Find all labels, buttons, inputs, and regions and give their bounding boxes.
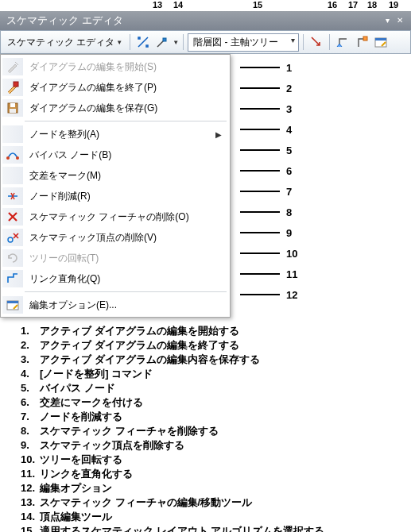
- options-icon: [2, 296, 23, 314]
- delete-x-icon: [2, 208, 23, 226]
- close-icon[interactable]: ✕: [397, 17, 405, 25]
- callout-16: 16: [328, 0, 337, 10]
- edit-move-tool-button[interactable]: [134, 33, 152, 51]
- list-item: 1.アクティブ ダイアグラムの編集を開始する: [21, 324, 411, 338]
- callout-num: 11: [286, 268, 297, 280]
- list-item: 8: [240, 202, 411, 222]
- menu-align-nodes[interactable]: ノードを整列(A) ▶: [1, 124, 230, 145]
- callout-num: 7: [286, 186, 292, 198]
- list-item: 11: [240, 264, 411, 284]
- separator: [130, 34, 130, 50]
- svg-point-8: [6, 156, 10, 160]
- callout-number-list: 1 2 3 4 5 6 7 8 9 10 11 12: [231, 54, 411, 318]
- callout-num: 12: [286, 289, 297, 301]
- list-item: 11.リンクを直角化する: [21, 467, 411, 481]
- layout-properties-button[interactable]: [372, 33, 390, 51]
- apply-layout-button[interactable]: [308, 33, 325, 51]
- callout-num: 8: [286, 206, 292, 218]
- chevron-down-icon[interactable]: ▼: [173, 39, 179, 46]
- menu-label: 編集オプション(E)...: [29, 299, 222, 312]
- rotate-icon: [2, 249, 23, 267]
- svg-rect-4: [14, 82, 18, 87]
- vertex-edit-tool-button[interactable]: [153, 33, 171, 51]
- blank-icon: [2, 125, 23, 143]
- list-item: 1: [240, 57, 411, 78]
- separator: [329, 34, 330, 50]
- pencil-play-icon: [2, 58, 23, 75]
- menu-label: スケマティック フィーチャの削除(O): [29, 210, 222, 224]
- list-item: 4.[ノードを整列] コマンド: [21, 367, 411, 381]
- callout-13: 13: [153, 0, 162, 10]
- menu-end-edit[interactable]: ダイアグラムの編集を終了(P): [1, 77, 230, 98]
- toolbar-callout-labels: 13 14 15 16 17 18 19: [0, 0, 411, 11]
- window-title-bar: スケマティック エディタ ▾ ✕: [0, 11, 411, 30]
- minimize-icon[interactable]: ▾: [386, 17, 394, 25]
- list-item: 7.ノードを削減する: [21, 410, 411, 424]
- set-root-button[interactable]: [334, 33, 351, 51]
- menu-label: ツリーの回転(T): [29, 252, 222, 265]
- menu-label: ダイアグラムの編集を開始(S): [29, 60, 222, 74]
- submenu-arrow-icon: ▶: [215, 130, 222, 139]
- menu-delete-feature[interactable]: スケマティック フィーチャの削除(O): [1, 206, 230, 227]
- menu-delete-vertex[interactable]: スケマティック頂点の削除(V): [1, 227, 230, 248]
- list-item: 5: [240, 140, 411, 160]
- legend-list: 1.アクティブ ダイアグラムの編集を開始する 2.アクティブ ダイアグラムの編集…: [0, 318, 411, 532]
- callout-num: 9: [286, 227, 292, 239]
- callout-num: 6: [286, 165, 292, 177]
- pencil-stop-icon: [2, 79, 23, 96]
- square-link-icon: [2, 270, 23, 287]
- menu-label: ダイアグラムの編集を保存(G): [29, 102, 222, 115]
- list-item: 10.ツリーを回転する: [21, 453, 411, 467]
- callout-19: 19: [389, 0, 398, 10]
- layout-algorithm-select[interactable]: 階層図 - 主軸ツリー: [188, 33, 299, 52]
- callout-num: 4: [286, 124, 292, 136]
- callout-num: 2: [286, 83, 292, 94]
- list-item: 6: [240, 160, 411, 181]
- menu-label: リンク直角化(Q): [29, 272, 222, 286]
- list-item: 3.アクティブ ダイアグラムの編集内容を保存する: [21, 353, 411, 367]
- svg-rect-3: [375, 38, 386, 40]
- list-item: 4: [240, 119, 411, 140]
- menu-start-edit: ダイアグラムの編集を開始(S): [1, 56, 230, 77]
- svg-rect-7: [10, 109, 16, 113]
- toolbar-menu-button[interactable]: スケマティック エディタ ▼: [4, 34, 126, 51]
- list-item: 9: [240, 222, 411, 243]
- save-icon: [2, 99, 23, 117]
- svg-point-10: [8, 237, 13, 242]
- list-item: 13.スケマティック フィーチャの編集/移動ツール: [21, 495, 411, 510]
- list-item: 2: [240, 78, 411, 98]
- callout-num: 1: [286, 62, 292, 74]
- callout-num: 10: [286, 248, 297, 260]
- menu-save-edit[interactable]: ダイアグラムの編集を保存(G): [1, 98, 230, 118]
- menu-separator: [25, 291, 227, 292]
- separator: [183, 34, 184, 50]
- list-item: 7: [240, 181, 411, 202]
- callout-18: 18: [367, 0, 377, 10]
- menu-label: ノードを整列(A): [29, 128, 209, 141]
- editor-context-menu: ダイアグラムの編集を開始(S) ダイアグラムの編集を終了(P) ダイアグラムの編…: [0, 54, 231, 318]
- svg-rect-6: [10, 103, 15, 107]
- svg-rect-0: [163, 38, 166, 41]
- list-item: 12: [240, 284, 411, 305]
- list-item: 5.バイパス ノード: [21, 381, 411, 395]
- menu-separator: [25, 121, 227, 121]
- delete-vertex-icon: [2, 229, 23, 246]
- list-item: 10: [240, 243, 411, 264]
- menu-square-link[interactable]: リンク直角化(Q): [1, 268, 230, 289]
- list-item: 9.スケマティック頂点を削除する: [21, 438, 411, 453]
- callout-17: 17: [348, 0, 358, 10]
- menu-edit-options[interactable]: 編集オプション(E)...: [1, 295, 230, 315]
- menu-label: バイパス ノード(B): [29, 148, 222, 162]
- separator: [303, 34, 304, 50]
- blank-icon: [2, 167, 23, 184]
- menu-bypass-node[interactable]: バイパス ノード(B): [1, 145, 230, 165]
- menu-mark-crossing[interactable]: 交差をマーク(M): [1, 165, 230, 186]
- menu-label: 交差をマーク(M): [29, 169, 222, 183]
- set-end-button[interactable]: [353, 33, 370, 51]
- chevron-down-icon: ▼: [116, 39, 122, 46]
- toolbar: スケマティック エディタ ▼ ▼ 階層図 - 主軸ツリー: [0, 30, 411, 54]
- bypass-icon: [2, 146, 23, 164]
- menu-reduce-node[interactable]: ノード削減(R): [1, 186, 230, 206]
- list-item: 15.適用するスケマティック レイアウト アルゴリズムを選択する: [21, 524, 411, 532]
- callout-15: 15: [253, 0, 262, 10]
